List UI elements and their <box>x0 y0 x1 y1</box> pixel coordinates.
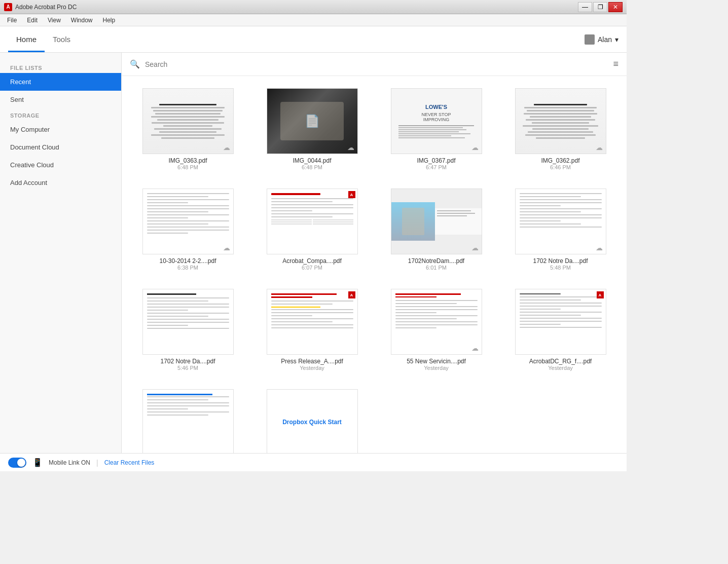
list-item[interactable]: A Acrobat_Compa....pdf 6:07 PM <box>254 184 370 275</box>
mobile-link-icon: 📱 <box>32 458 43 467</box>
cloud-icon: ☁ <box>347 143 354 152</box>
file-thumbnail: ☁ <box>515 88 606 154</box>
menu-help[interactable]: Help <box>98 16 121 25</box>
searchbar: 🔍 ≡ <box>122 53 627 76</box>
titlebar: A Adobe Acrobat Pro DC — ❐ ✕ <box>0 0 627 14</box>
file-name: IMG_0044.pdf <box>293 157 331 164</box>
file-time: 5:48 PM <box>550 265 571 271</box>
sidebar-item-recent[interactable]: Recent <box>0 73 121 91</box>
file-thumbnail: A <box>515 289 606 355</box>
file-time: Yesterday <box>548 365 573 371</box>
separator: | <box>96 459 98 467</box>
app-icon: A <box>4 3 12 11</box>
file-name: IMG_0363.pdf <box>168 157 207 164</box>
file-name: 1702NotreDam....pdf <box>408 257 464 265</box>
sidebar-item-sent[interactable]: Sent <box>0 91 121 108</box>
list-item[interactable]: ☁ 1702NotreDam....pdf 6:01 PM <box>378 184 494 275</box>
app-title: Adobe Acrobat Pro DC <box>15 4 578 11</box>
list-view-icon[interactable]: ≡ <box>613 59 618 69</box>
cloud-icon: ☁ <box>223 244 230 252</box>
user-icon <box>585 34 595 45</box>
file-thumbnail: 📄 ☁ <box>267 88 358 154</box>
tab-tools[interactable]: Tools <box>45 27 79 52</box>
search-input[interactable] <box>145 60 608 68</box>
file-thumbnail <box>142 289 234 355</box>
file-name: IMG_0362.pdf <box>541 157 579 164</box>
menu-window[interactable]: Window <box>66 16 98 25</box>
sidebar-item-document-cloud[interactable]: Document Cloud <box>0 138 121 156</box>
file-time: 6:47 PM <box>426 164 447 170</box>
clear-recent-files-link[interactable]: Clear Recent Files <box>104 459 155 466</box>
sidebar: FILE LISTS Recent Sent STORAGE My Comput… <box>0 53 122 453</box>
file-name: Press Release_A....pdf <box>281 358 343 365</box>
list-item[interactable]: A AcrobatDC_RG_f....pdf Yesterday <box>502 285 618 375</box>
file-time: 6:38 PM <box>177 265 198 271</box>
minimize-button[interactable]: — <box>578 2 592 12</box>
adobe-badge: A <box>348 191 355 198</box>
tab-home[interactable]: Home <box>8 27 45 52</box>
menu-view[interactable]: View <box>43 16 66 25</box>
user-menu[interactable]: Alan ▾ <box>585 34 618 45</box>
file-thumbnail: Dropbox Quick Start <box>267 389 358 453</box>
toggle-knob <box>17 459 25 467</box>
file-time: Yesterday <box>424 365 449 371</box>
file-thumbnail <box>142 389 234 453</box>
sidebar-item-add-account[interactable]: Add Account <box>0 174 121 192</box>
file-name: IMG_0367.pdf <box>417 157 455 164</box>
file-name: 1702 Notre Da....pdf <box>533 257 588 265</box>
file-name: Acrobat_Compa....pdf <box>282 257 342 265</box>
file-lists-label: FILE LISTS <box>0 61 121 73</box>
menubar: File Edit View Window Help <box>0 14 627 26</box>
cloud-icon: ☁ <box>471 344 479 352</box>
file-thumbnail: ☁ <box>142 88 234 154</box>
user-chevron-icon: ▾ <box>615 35 618 44</box>
file-time: 6:48 PM <box>177 164 198 170</box>
file-thumbnail: ☁ <box>391 189 482 254</box>
list-item[interactable]: ☁ IMG_0363.pdf 6:48 PM <box>130 84 246 174</box>
header: Home Tools Alan ▾ <box>0 26 627 53</box>
list-item[interactable]: ☁ 10-30-2014 2-2....pdf 6:38 PM <box>130 184 246 275</box>
file-time: 6:48 PM <box>302 164 322 170</box>
sidebar-item-my-computer[interactable]: My Computer <box>0 121 121 138</box>
list-item[interactable]: LOWE'S NEVER STOPIMPROVING ☁ <box>378 84 494 174</box>
bottombar: 📱 Mobile Link ON | Clear Recent Files <box>0 453 627 471</box>
sidebar-item-creative-cloud[interactable]: Creative Cloud <box>0 156 121 174</box>
list-item[interactable]: ☁ 55 New Servicin....pdf Yesterday <box>378 285 494 375</box>
window-controls: — ❐ ✕ <box>578 2 623 12</box>
file-name: AcrobatDC_RG_f....pdf <box>529 358 592 365</box>
content-area: 🔍 ≡ <box>122 53 627 453</box>
cloud-icon: ☁ <box>596 143 603 152</box>
list-item[interactable]: Dropbox Quick Start Dropbox Quick Start <box>254 385 370 453</box>
list-item[interactable]: 📄 ☁ IMG_0044.pdf 6:48 PM <box>254 84 370 174</box>
list-item[interactable]: A Press Release_A....pdf Yesterday <box>254 285 370 375</box>
file-time: 5:46 PM <box>177 365 198 371</box>
mobile-link-toggle <box>8 458 26 468</box>
menu-file[interactable]: File <box>2 16 22 25</box>
menu-edit[interactable]: Edit <box>22 16 43 25</box>
file-thumbnail: A <box>267 289 358 355</box>
file-time: 6:46 PM <box>550 164 571 170</box>
list-item[interactable] <box>130 385 246 453</box>
files-grid: ☁ IMG_0363.pdf 6:48 PM 📄 ☁ IMG_0044.pdf … <box>122 76 627 453</box>
file-name: 1702 Notre Da....pdf <box>160 358 215 365</box>
file-thumbnail: ☁ <box>515 189 606 254</box>
adobe-badge: A <box>348 291 355 298</box>
cloud-icon: ☁ <box>223 143 230 152</box>
search-icon: 🔍 <box>130 59 140 69</box>
list-item[interactable]: ☁ 1702 Notre Da....pdf 5:48 PM <box>502 184 618 275</box>
file-thumbnail: A <box>267 189 358 254</box>
restore-button[interactable]: ❐ <box>593 2 607 12</box>
header-right: Alan ▾ <box>585 34 618 45</box>
mobile-link-switch[interactable] <box>8 458 26 468</box>
cloud-icon: ☁ <box>596 244 603 252</box>
file-thumbnail: ☁ <box>142 189 234 254</box>
cloud-icon: ☁ <box>471 244 479 252</box>
adobe-badge: A <box>597 291 604 298</box>
main-layout: FILE LISTS Recent Sent STORAGE My Comput… <box>0 53 627 453</box>
list-item[interactable]: 1702 Notre Da....pdf 5:46 PM <box>130 285 246 375</box>
close-button[interactable]: ✕ <box>608 2 623 12</box>
list-item[interactable]: ☁ IMG_0362.pdf 6:46 PM <box>502 84 618 174</box>
mobile-link-label: Mobile Link ON <box>49 459 90 466</box>
file-name: 10-30-2014 2-2....pdf <box>159 257 216 265</box>
file-name: 55 New Servicin....pdf <box>407 358 466 365</box>
